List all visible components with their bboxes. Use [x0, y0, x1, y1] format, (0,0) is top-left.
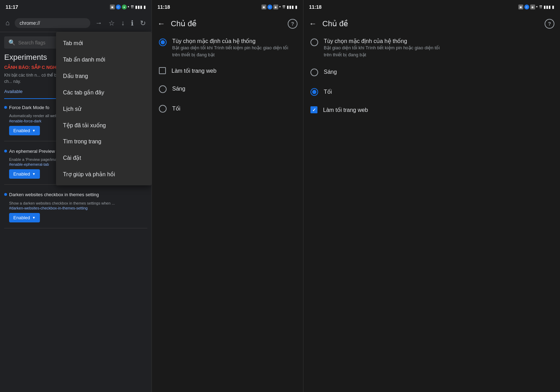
status-bar-1: 11:17 ▣ C ● • ⇈ ▮▮▮ ▮	[0, 0, 152, 14]
chrome-icon-2: C	[267, 5, 272, 9]
dot-separator-2: •	[279, 5, 281, 9]
screenshot-icon: ▣	[110, 5, 115, 9]
wifi-icon-2: ⇈	[282, 5, 286, 9]
theme-option-light-3[interactable]: Sáng	[303, 62, 560, 82]
home-button[interactable]: ⌂	[4, 17, 11, 28]
status-icons-3: ▣ C ◉ • ⇈ ▮▮▮ ▮	[518, 5, 554, 9]
menu-item-bookmarks[interactable]: Dấu trang	[56, 68, 152, 84]
signal-icon-2: ▮▮▮	[287, 5, 294, 9]
menu-item-find[interactable]: Tìm trong trang	[56, 134, 152, 150]
status-icons-1: ▣ C ● • ⇈ ▮▮▮ ▮	[110, 5, 146, 9]
system-option-text-2: Tùy chọn mặc định của hệ thống Bật giao …	[172, 38, 291, 58]
theme-option-light-2[interactable]: Sáng	[152, 79, 303, 99]
darken-web-checkbox-3[interactable]	[310, 106, 317, 113]
download-button[interactable]: ↓	[120, 17, 126, 28]
status-time-2: 11:18	[158, 4, 170, 10]
signal-icon-3: ▮▮▮	[544, 5, 551, 9]
theme-title-2: Chủ đề	[171, 19, 282, 28]
screenshot-icon-3: ▣	[518, 5, 523, 9]
signal-icon-1: ▮▮▮	[135, 5, 142, 9]
chrome-flags-panel: 11:17 ▣ C ● • ⇈ ▮▮▮ ▮ ⌂ chrome:// → ☆ ↓ …	[0, 0, 152, 392]
wifi-icon-1: ⇈	[131, 5, 134, 9]
refresh-button[interactable]: ↻	[139, 17, 147, 29]
radio-light-2	[159, 85, 167, 93]
search-icon: 🔍	[8, 39, 15, 46]
theme-option-system-3[interactable]: Tùy chọn mặc định của hệ thống Bật giao …	[303, 34, 560, 62]
radio-system-2	[159, 38, 167, 46]
dropdown-arrow-1: ▼	[32, 129, 36, 133]
status-time-1: 11:17	[6, 4, 18, 10]
theme-screen-2: 11:18 ▣ C ◉ • ⇈ ▮▮▮ ▮ ← Chủ đề ?	[152, 0, 303, 392]
flag-dot-2	[4, 150, 7, 152]
system-option-sublabel-3: Bật giao diện tối khi Trình tiết kiệm pi…	[324, 44, 443, 58]
theme-screen-3: 11:18 ▣ C ◉ • ⇈ ▮▮▮ ▮ ← Chủ đề ?	[303, 0, 560, 392]
status-bar-2: 11:18 ▣ C ◉ • ⇈ ▮▮▮ ▮	[152, 0, 303, 14]
back-button-3[interactable]: ←	[309, 19, 317, 28]
info-button[interactable]: ℹ	[130, 17, 135, 29]
light-option-label-3: Sáng	[324, 69, 337, 75]
app-icon-3: ◉	[530, 5, 535, 9]
screenshot-icon-2: ▣	[261, 5, 266, 9]
dropdown-arrow-3: ▼	[32, 216, 36, 220]
wifi-icon-3: ⇈	[539, 5, 542, 9]
status-time-3: 11:18	[309, 4, 322, 10]
connectivity-icons-2: ⇈ ▮▮▮ ▮	[282, 5, 298, 9]
battery-icon-1: ▮	[144, 5, 146, 9]
chrome-icon: C	[116, 5, 121, 9]
light-option-label-2: Sáng	[172, 86, 185, 92]
theme-header-3: ← Chủ đề ?	[303, 14, 560, 34]
theme-option-dark-3[interactable]: Tối	[303, 82, 560, 101]
dot-separator-1: •	[128, 5, 129, 9]
status-icons-2: ▣ C ◉ • ⇈ ▮▮▮ ▮	[261, 5, 298, 9]
flag-dot-1	[4, 106, 7, 109]
theme-header-2: ← Chủ đề ?	[152, 14, 303, 34]
dark-option-label-2: Tối	[172, 105, 180, 112]
theme-option-dark-2[interactable]: Tối	[152, 99, 303, 118]
flag-link-3[interactable]: #darken-websites-checkbox-in-themes-sett…	[9, 206, 147, 210]
flag-select-3[interactable]: Enabled ▼	[9, 213, 40, 222]
battery-icon-2: ▮	[295, 5, 298, 9]
bookmark-button[interactable]: ☆	[107, 17, 116, 29]
theme-option-system-2[interactable]: Tùy chọn mặc định của hệ thống Bật giao …	[152, 34, 303, 62]
darken-web-label-2: Làm tối trang web	[172, 67, 216, 74]
chrome-icon-3: C	[524, 5, 529, 9]
url-bar[interactable]: chrome://	[15, 18, 90, 28]
radio-dark-3	[310, 88, 318, 96]
flag-desc-3: Show a darken websites checkbox in theme…	[9, 201, 115, 205]
flag-dot-3	[4, 193, 7, 196]
flag-select-2[interactable]: Enabled ▼	[9, 169, 40, 179]
system-option-label-3: Tùy chọn mặc định của hệ thống	[324, 38, 443, 44]
menu-item-downloads[interactable]: Tệp đã tải xuống	[56, 117, 152, 134]
forward-button[interactable]: →	[94, 17, 104, 28]
app-icon: ●	[122, 5, 127, 9]
context-menu: Tab mới Tab ẩn danh mới Dấu trang Các ta…	[56, 32, 152, 185]
system-option-text-3: Tùy chọn mặc định của hệ thống Bật giao …	[324, 38, 443, 58]
help-button-2[interactable]: ?	[288, 19, 298, 29]
darken-web-checkbox-2[interactable]	[159, 67, 166, 74]
flag-title-3: Darken websites checkbox in themes setti…	[4, 192, 147, 198]
menu-item-history[interactable]: Lịch sử	[56, 101, 152, 117]
status-indicators-1: ▣ C ● •	[110, 5, 129, 9]
menu-item-new-tab[interactable]: Tab mới	[56, 35, 152, 51]
darken-web-row-3[interactable]: Làm tối trang web	[303, 101, 560, 118]
radio-dark-2	[159, 105, 167, 113]
menu-item-incognito[interactable]: Tab ẩn danh mới	[56, 51, 152, 68]
menu-item-settings[interactable]: Cài đặt	[56, 150, 152, 166]
menu-item-help[interactable]: Trợ giúp và phản hồi	[56, 166, 152, 183]
back-button-2[interactable]: ←	[158, 19, 165, 28]
flag-select-1[interactable]: Enabled ▼	[9, 126, 40, 135]
menu-item-recent-tabs[interactable]: Các tab gần đây	[56, 84, 152, 101]
available-link[interactable]: Available	[4, 89, 23, 94]
battery-icon-3: ▮	[552, 5, 554, 9]
dot-separator-3: •	[536, 5, 538, 9]
darken-web-row-2[interactable]: Làm tối trang web	[152, 62, 303, 79]
address-bar: ⌂ chrome:// → ☆ ↓ ℹ ↻	[0, 14, 152, 32]
help-button-3[interactable]: ?	[545, 19, 554, 29]
theme-title-3: Chủ đề	[322, 19, 539, 28]
app-icon-2: ◉	[273, 5, 278, 9]
url-text: chrome://	[20, 20, 40, 26]
theme-panel-system: 11:18 ▣ C ◉ • ⇈ ▮▮▮ ▮ ← Chủ đề ?	[152, 0, 303, 392]
connectivity-icons-1: ⇈ ▮▮▮ ▮	[131, 5, 146, 9]
flag-item-darken-checkbox: Darken websites checkbox in themes setti…	[4, 192, 147, 228]
radio-system-3	[310, 38, 318, 46]
